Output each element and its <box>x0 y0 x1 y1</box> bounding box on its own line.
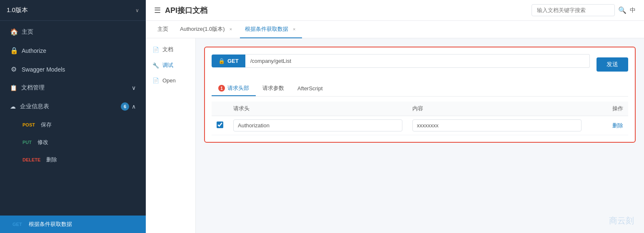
row-content-cell <box>407 116 587 135</box>
sidebar-item-company[interactable]: ☁ 企业信息表 6 ∧ <box>0 97 146 116</box>
home-icon: 🏠 <box>10 28 17 36</box>
api-top-row: 🔒 GET 发送 <box>212 54 628 74</box>
version-selector[interactable]: 1.0版本 <box>7 6 28 14</box>
open-icon: 📄 <box>152 77 159 84</box>
tab-getdata-close[interactable]: × <box>292 26 297 32</box>
header-name-input[interactable] <box>233 119 402 131</box>
left-panel-doc-label: 文档 <box>162 46 173 53</box>
request-headers-table: 请求头 内容 操作 <box>212 102 628 135</box>
get-bar: 🔒 GET <box>212 54 590 68</box>
tab-authorize-label: Authorize(1.0版本) <box>180 25 225 33</box>
search-button[interactable]: 🔍 <box>618 6 627 14</box>
docmanage-left: 📋 文档管理 <box>10 84 45 92</box>
sidebar-active-label: 根据条件获取数据 <box>29 221 72 228</box>
panel-tab-afterscript[interactable]: AfterScript <box>291 82 329 96</box>
get-method-button[interactable]: 🔒 GET <box>212 55 245 67</box>
company-badge: 6 <box>121 102 129 111</box>
row-checkbox-cell <box>212 116 228 135</box>
sidebar-item-put-modify[interactable]: PUT 修改 <box>0 134 146 151</box>
content-area: 📄 文档 🔧 调试 📄 Open <box>146 38 644 233</box>
panel-tab-afterscript-label: AfterScript <box>297 85 323 92</box>
tab-home-label: 主页 <box>157 25 168 33</box>
sidebar-item-authorize-label: Authorize <box>22 47 46 54</box>
put-tag: PUT <box>20 139 34 146</box>
sidebar-item-get-active[interactable]: GET 根据条件获取数据 <box>0 216 146 233</box>
sidebar-item-post-save[interactable]: POST 保存 <box>0 116 146 134</box>
tabs-bar: 主页 Authorize(1.0版本) × 根据条件获取数据 × <box>146 21 644 38</box>
sidebar-item-company-label: 企业信息表 <box>20 103 49 110</box>
row-header-cell <box>228 116 407 135</box>
post-tag: POST <box>20 121 37 128</box>
panel-tabs: 1 请求头部 请求参数 AfterScript <box>212 81 628 97</box>
topbar-title: API接口文档 <box>165 5 207 15</box>
sidebar-item-docmanage-label: 文档管理 <box>21 84 45 92</box>
lock-small-icon: 🔒 <box>218 58 225 64</box>
panel-tab-params-label: 请求参数 <box>262 84 284 92</box>
topbar: ☰ API接口文档 🔍 中 <box>146 0 644 21</box>
panel-tab-headers-label: 请求头部 <box>227 84 249 92</box>
chevron-up-icon: ∧ <box>132 103 136 110</box>
api-panel: 🔒 GET 发送 1 请求头部 <box>204 47 636 143</box>
search-input[interactable] <box>532 4 615 16</box>
left-panel-open[interactable]: 📄 Open <box>146 73 195 88</box>
tab-home[interactable]: 主页 <box>152 21 173 38</box>
tab-authorize[interactable]: Authorize(1.0版本) × <box>175 21 238 38</box>
left-panel-debug[interactable]: 🔧 调试 <box>146 57 195 73</box>
table-row: 删除 <box>212 116 628 135</box>
sidebar-sub-items: POST 保存 PUT 修改 DELETE 删除 <box>0 116 146 169</box>
row-action-cell: 删除 <box>587 116 628 135</box>
sidebar-header[interactable]: 1.0版本 ∨ <box>0 0 146 21</box>
api-url-input[interactable] <box>245 54 590 68</box>
main-panel: 🔒 GET 发送 1 请求头部 <box>196 38 644 233</box>
chevron-down-icon: ∨ <box>132 84 136 91</box>
cloud-icon: ☁ <box>10 103 16 110</box>
left-panel-debug-label: 调试 <box>162 62 173 69</box>
delete-tag: DELETE <box>20 156 43 163</box>
sidebar-item-delete-label: 删除 <box>46 156 57 164</box>
panel-tab-params[interactable]: 请求参数 <box>256 81 291 96</box>
tab-getdata-label: 根据条件获取数据 <box>245 25 288 33</box>
doc-icon: 📋 <box>10 84 17 91</box>
sidebar-item-home[interactable]: 🏠 主页 <box>0 22 146 41</box>
topbar-left: ☰ API接口文档 <box>154 5 207 15</box>
sidebar-item-authorize[interactable]: 🔒 Authorize <box>0 41 146 60</box>
left-panel-doc[interactable]: 📄 文档 <box>146 42 195 57</box>
sidebar-item-swagger-label: Swagger Models <box>22 66 65 73</box>
sidebar-item-docmanage[interactable]: 📋 文档管理 ∨ <box>0 79 146 97</box>
debug-icon: 🔧 <box>152 62 159 69</box>
sidebar-nav: 🏠 主页 🔒 Authorize ⚙ Swagger Models 📋 文档管理… <box>0 21 146 170</box>
sidebar: 1.0版本 ∨ 🏠 主页 🔒 Authorize ⚙ Swagger Model… <box>0 0 146 233</box>
main-area: ☰ API接口文档 🔍 中 主页 Authorize(1.0版本) × 根据条件… <box>146 0 644 233</box>
headers-badge: 1 <box>218 85 225 92</box>
watermark: 商云刻 <box>609 215 634 226</box>
company-right: 6 ∧ <box>121 102 136 111</box>
gear-icon: ⚙ <box>10 65 17 73</box>
send-button[interactable]: 发送 <box>597 57 628 72</box>
get-active-tag: GET <box>10 221 25 228</box>
tab-getdata[interactable]: 根据条件获取数据 × <box>240 21 302 38</box>
version-arrow: ∨ <box>135 7 139 13</box>
row-checkbox[interactable] <box>217 121 223 128</box>
sidebar-item-home-label: 主页 <box>22 28 33 36</box>
method-label: GET <box>227 58 239 64</box>
sidebar-item-post-label: 保存 <box>41 121 52 129</box>
tab-authorize-close[interactable]: × <box>228 26 233 32</box>
company-left: ☁ 企业信息表 <box>10 103 49 110</box>
topbar-right: 🔍 中 <box>532 4 636 16</box>
sidebar-item-swagger[interactable]: ⚙ Swagger Models <box>0 60 146 79</box>
col-action: 操作 <box>587 102 628 116</box>
lang-button[interactable]: 中 <box>630 7 636 14</box>
panel-tab-headers[interactable]: 1 请求头部 <box>212 81 256 96</box>
delete-row-button[interactable]: 删除 <box>612 122 623 129</box>
left-panel: 📄 文档 🔧 调试 📄 Open <box>146 38 196 233</box>
col-checkbox <box>212 102 228 116</box>
doc-icon: 📄 <box>152 47 159 53</box>
left-panel-open-label: Open <box>162 77 176 84</box>
lock-icon: 🔒 <box>10 47 17 55</box>
sidebar-item-delete[interactable]: DELETE 删除 <box>0 151 146 169</box>
header-content-input[interactable] <box>412 119 582 131</box>
sidebar-item-put-label: 修改 <box>37 139 48 146</box>
menu-icon[interactable]: ☰ <box>154 6 161 15</box>
col-content: 内容 <box>407 102 587 116</box>
col-header: 请求头 <box>228 102 407 116</box>
